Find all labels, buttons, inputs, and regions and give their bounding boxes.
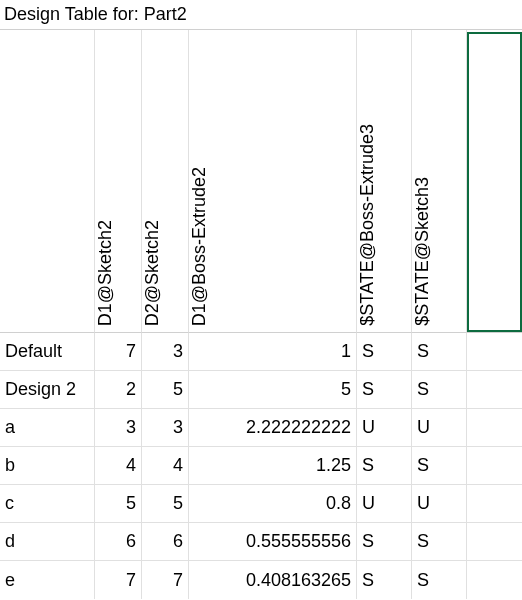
cell[interactable]: 1.25	[189, 447, 357, 485]
cell-text: 3	[126, 417, 136, 438]
cell-text: S	[362, 341, 374, 362]
cell[interactable]: S	[412, 523, 467, 561]
col-header-state-sketch3[interactable]: $STATE@Sketch3	[412, 30, 467, 333]
cell[interactable]: S	[357, 371, 412, 409]
cell-text: 7	[126, 570, 136, 591]
cell-text: 5	[341, 379, 351, 400]
col-header-d1-bossextrude2[interactable]: D1@Boss-Extrude2	[189, 30, 357, 333]
cell[interactable]: S	[412, 561, 467, 599]
header-corner[interactable]	[0, 30, 95, 333]
cell-text: b	[5, 455, 15, 476]
cell[interactable]: S	[357, 333, 412, 371]
cell[interactable]: 1	[189, 333, 357, 371]
col-header-label: D2@Sketch2	[142, 220, 167, 326]
cell[interactable]: 7	[142, 561, 189, 599]
cell-text: 5	[173, 493, 183, 514]
cell-text: 1	[341, 341, 351, 362]
cell-text: S	[417, 341, 429, 362]
cell[interactable]: 7	[95, 561, 142, 599]
cell[interactable]	[467, 447, 522, 485]
cell[interactable]: S	[357, 523, 412, 561]
cell[interactable]: 0.8	[189, 485, 357, 523]
cell-text: a	[5, 417, 15, 438]
cell-text: 0.408163265	[246, 570, 351, 591]
cell[interactable]: 6	[95, 523, 142, 561]
cell-text: 4	[173, 455, 183, 476]
cell[interactable]: S	[357, 561, 412, 599]
cell[interactable]	[467, 485, 522, 523]
cell[interactable]	[467, 523, 522, 561]
cell-text: U	[362, 417, 375, 438]
cell[interactable]: S	[412, 371, 467, 409]
cell-text: U	[417, 493, 430, 514]
cell-text: 3	[173, 417, 183, 438]
cell[interactable]: U	[357, 409, 412, 447]
cell-text: S	[417, 570, 429, 591]
cell[interactable]: 3	[95, 409, 142, 447]
cell-text: 0.555555556	[246, 531, 351, 552]
row-label[interactable]: c	[0, 485, 95, 523]
col-header-selected[interactable]	[467, 30, 522, 333]
cell[interactable]: 5	[189, 371, 357, 409]
cell[interactable]	[467, 371, 522, 409]
cell[interactable]: 4	[142, 447, 189, 485]
cell-text: 7	[126, 341, 136, 362]
cell[interactable]: 5	[142, 371, 189, 409]
cell-text: 2.222222222	[246, 417, 351, 438]
col-header-state-bossextrude3[interactable]: $STATE@Boss-Extrude3	[357, 30, 412, 333]
cell-text: 0.8	[326, 493, 351, 514]
cell[interactable]: S	[357, 447, 412, 485]
row-label[interactable]: b	[0, 447, 95, 485]
col-header-label: $STATE@Boss-Extrude3	[357, 124, 382, 326]
cell[interactable]: S	[412, 333, 467, 371]
cell[interactable]: 2.222222222	[189, 409, 357, 447]
cell[interactable]: 6	[142, 523, 189, 561]
cell-text: S	[362, 455, 374, 476]
cell[interactable]	[467, 333, 522, 371]
cell[interactable]: U	[412, 485, 467, 523]
row-label[interactable]: Design 2	[0, 371, 95, 409]
cell-text: S	[417, 455, 429, 476]
cell-text: 5	[126, 493, 136, 514]
cell-text: 2	[126, 379, 136, 400]
cell-text: d	[5, 531, 15, 552]
title-row: Design Table for: Part2	[0, 0, 522, 30]
cell-text: 6	[173, 531, 183, 552]
cell-text: 4	[126, 455, 136, 476]
cell-text: U	[362, 493, 375, 514]
cell[interactable]: 7	[95, 333, 142, 371]
cell[interactable]: U	[357, 485, 412, 523]
col-header-d1-sketch2[interactable]: D1@Sketch2	[95, 30, 142, 333]
cell[interactable]: S	[412, 447, 467, 485]
cell-text: S	[362, 570, 374, 591]
row-label[interactable]: e	[0, 561, 95, 599]
col-header-label: D1@Sketch2	[95, 220, 120, 326]
cell-text: U	[417, 417, 430, 438]
row-label[interactable]: d	[0, 523, 95, 561]
col-header-d2-sketch2[interactable]: D2@Sketch2	[142, 30, 189, 333]
cell[interactable]: 0.408163265	[189, 561, 357, 599]
design-table-grid[interactable]: D1@Sketch2 D2@Sketch2 D1@Boss-Extrude2 $…	[0, 30, 522, 599]
cell-text: S	[362, 379, 374, 400]
row-label[interactable]: a	[0, 409, 95, 447]
cell-text: 5	[173, 379, 183, 400]
table-title: Design Table for: Part2	[4, 4, 187, 25]
col-header-label: $STATE@Sketch3	[412, 177, 437, 326]
col-header-label: D1@Boss-Extrude2	[189, 167, 214, 326]
cell[interactable]: 5	[95, 485, 142, 523]
cell-text: 7	[173, 570, 183, 591]
cell[interactable]: 3	[142, 333, 189, 371]
cell[interactable]: 0.555555556	[189, 523, 357, 561]
cell[interactable]: 4	[95, 447, 142, 485]
cell[interactable]: 3	[142, 409, 189, 447]
cell[interactable]: 2	[95, 371, 142, 409]
cell[interactable]	[467, 561, 522, 599]
cell-text: S	[417, 379, 429, 400]
cell-text: e	[5, 570, 15, 591]
cell[interactable]: 5	[142, 485, 189, 523]
cell-text: S	[362, 531, 374, 552]
row-label[interactable]: Default	[0, 333, 95, 371]
selection-outline	[467, 32, 522, 332]
cell[interactable]	[467, 409, 522, 447]
cell[interactable]: U	[412, 409, 467, 447]
